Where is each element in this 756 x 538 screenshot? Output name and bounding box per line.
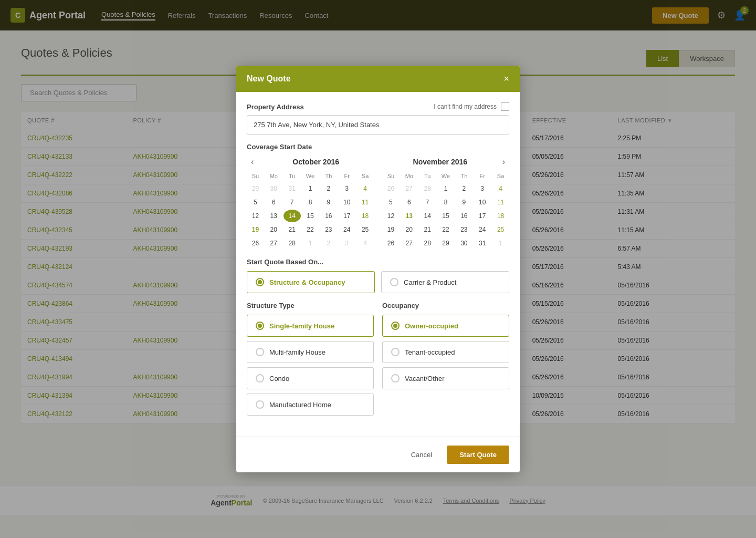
modal-backdrop: New Quote × Property Address I can't fin… (0, 0, 756, 515)
cal-day[interactable]: 13 (401, 210, 418, 222)
cal-day[interactable]: 25 (492, 223, 509, 236)
cancel-button[interactable]: Cancel (403, 447, 440, 463)
cal-day[interactable]: 31 (474, 237, 491, 250)
cal-day[interactable]: 11 (492, 196, 509, 209)
structure-type-label: Structure Type (247, 302, 374, 309)
cal-day[interactable]: 22 (437, 223, 455, 236)
cal-day[interactable]: 8 (437, 196, 455, 209)
cal-day[interactable]: 12 (247, 210, 264, 222)
cal-day-header: Fr (338, 171, 355, 181)
occupancy-option[interactable]: Tenant-occupied (382, 341, 509, 363)
cal-day[interactable]: 7 (419, 196, 436, 209)
cal-day-header: Th (455, 171, 472, 181)
cal-day[interactable]: 4 (356, 182, 374, 195)
cal-day[interactable]: 23 (455, 223, 472, 236)
cal-day: 26 (382, 182, 400, 195)
cal-day[interactable]: 2 (455, 182, 472, 195)
cal-day[interactable]: 18 (492, 210, 509, 222)
cal-day[interactable]: 19 (382, 223, 400, 236)
cal-day[interactable]: 1 (302, 182, 319, 195)
cal-day[interactable]: 27 (265, 237, 282, 250)
structure-option[interactable]: Multi-family House (247, 341, 374, 363)
cal-day[interactable]: 27 (401, 237, 418, 250)
cal-day[interactable]: 15 (437, 210, 455, 222)
cal-day[interactable]: 7 (284, 196, 301, 209)
cal-day[interactable]: 28 (419, 237, 436, 250)
cal-day[interactable]: 20 (265, 223, 282, 236)
structure-option-text: Manufactured Home (269, 401, 331, 409)
structure-option-text: Single-family House (269, 322, 334, 330)
cal-day[interactable]: 30 (455, 237, 472, 250)
cal-day[interactable]: 3 (338, 182, 355, 195)
november-grid: SuMoTuWeThFrSa26272812345678910111213141… (382, 171, 509, 250)
cal-day[interactable]: 6 (401, 196, 418, 209)
cal-day[interactable]: 5 (382, 196, 400, 209)
cal-day[interactable]: 9 (455, 196, 472, 209)
cal-day[interactable]: 2 (320, 182, 337, 195)
cal-day[interactable]: 9 (320, 196, 337, 209)
radio-dot (391, 322, 400, 330)
october-grid: SuMoTuWeThFrSa29303112345678910111213141… (247, 171, 374, 250)
carrier-product-option[interactable]: Carrier & Product (381, 271, 509, 293)
structure-option[interactable]: Single-family House (247, 315, 374, 337)
cal-day[interactable]: 4 (492, 182, 509, 195)
cal-day[interactable]: 26 (382, 237, 400, 250)
cal-day[interactable]: 5 (247, 196, 264, 209)
structure-type-col: Structure Type Single-family House Multi… (247, 302, 374, 420)
calendars: ‹ October 2016 SuMoTuWeThFrSa29303112345… (247, 157, 509, 250)
cal-day[interactable]: 17 (338, 210, 355, 222)
occupancy-option[interactable]: Vacant/Other (382, 367, 509, 389)
next-month-button[interactable]: › (498, 157, 509, 167)
cal-day[interactable]: 1 (437, 182, 455, 195)
cal-day[interactable]: 3 (474, 182, 491, 195)
prev-month-button[interactable]: ‹ (247, 157, 258, 167)
cal-day[interactable]: 12 (382, 210, 400, 222)
cal-day[interactable]: 10 (338, 196, 355, 209)
radio-dot (256, 400, 264, 409)
cal-day[interactable]: 24 (338, 223, 355, 236)
cal-day[interactable]: 8 (302, 196, 319, 209)
cal-day[interactable]: 17 (474, 210, 491, 222)
cal-day-header: Su (247, 171, 264, 181)
cal-day-header: Tu (419, 171, 436, 181)
modal-body: Property Address I can't find my address… (236, 92, 520, 437)
cal-day: 3 (338, 237, 355, 250)
cal-day[interactable]: 24 (474, 223, 491, 236)
cant-find-checkbox[interactable] (501, 102, 509, 111)
cal-day[interactable]: 16 (320, 210, 337, 222)
structure-option[interactable]: Manufactured Home (247, 394, 374, 416)
cal-day[interactable]: 26 (247, 237, 264, 250)
cal-day[interactable]: 25 (356, 223, 374, 236)
cal-day[interactable]: 23 (320, 223, 337, 236)
modal-close-button[interactable]: × (503, 74, 509, 84)
cal-day[interactable]: 19 (247, 223, 264, 236)
radio-dot (391, 348, 400, 356)
cal-day[interactable]: 22 (302, 223, 319, 236)
november-calendar: November 2016 › SuMoTuWeThFrSa2627281234… (382, 157, 509, 250)
cal-day[interactable]: 14 (284, 210, 301, 222)
cal-day-header: Sa (492, 171, 509, 181)
cal-day[interactable]: 13 (265, 210, 282, 222)
cal-day[interactable]: 18 (356, 210, 374, 222)
cal-day[interactable]: 28 (284, 237, 301, 250)
cal-day[interactable]: 21 (419, 223, 436, 236)
cal-day[interactable]: 6 (265, 196, 282, 209)
occupancy-option[interactable]: Owner-occupied (382, 315, 509, 337)
occupancy-option-text: Owner-occupied (405, 322, 458, 330)
cal-day[interactable]: 21 (284, 223, 301, 236)
cal-day[interactable]: 29 (437, 237, 455, 250)
cal-day[interactable]: 15 (302, 210, 319, 222)
start-quote-button[interactable]: Start Quote (447, 446, 509, 464)
cal-day[interactable]: 16 (455, 210, 472, 222)
cal-day[interactable]: 11 (356, 196, 374, 209)
radio-dot (256, 322, 264, 330)
cal-day[interactable]: 20 (401, 223, 418, 236)
structure-occupancy-option[interactable]: Structure & Occupancy (247, 271, 375, 293)
address-input[interactable] (247, 115, 509, 134)
occupancy-options: Owner-occupied Tenant-occupied Vacant/Ot… (382, 315, 509, 389)
cal-day[interactable]: 14 (419, 210, 436, 222)
carrier-option-label: Carrier & Product (404, 278, 456, 286)
structure-option[interactable]: Condo (247, 367, 374, 389)
cal-day[interactable]: 10 (474, 196, 491, 209)
cal-day: 28 (419, 182, 436, 195)
